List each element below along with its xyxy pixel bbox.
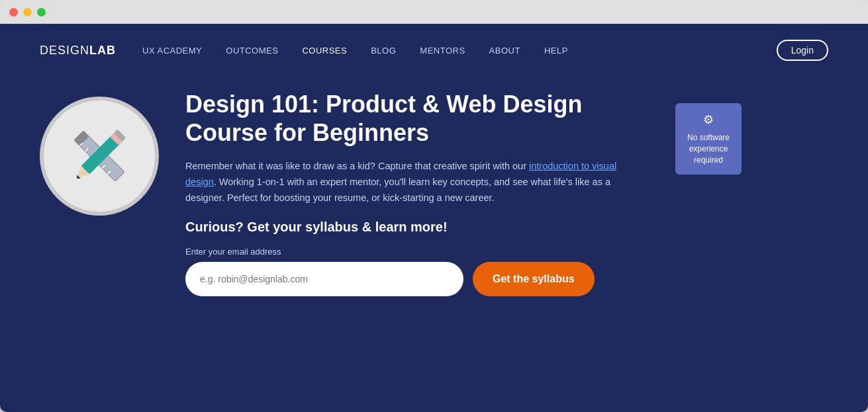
nav-item-about[interactable]: ABOUT	[489, 44, 520, 56]
nav-link-ux-academy[interactable]: UX ACADEMY	[142, 46, 202, 56]
hero-content: Design 101: Product & Web Design Course …	[185, 90, 649, 296]
browser-window: DESIGNLAB UX ACADEMY OUTCOMES COURSES BL…	[0, 0, 868, 412]
nav-item-outcomes[interactable]: OUTCOMES	[226, 44, 278, 56]
course-icon	[40, 97, 159, 216]
email-row: Get the syllabus	[185, 262, 649, 296]
no-software-badge: ⚙ No software experience required	[675, 103, 742, 175]
cta-headline: Curious? Get your syllabus & learn more!	[185, 220, 649, 235]
login-button[interactable]: Login	[777, 40, 828, 61]
minimize-button[interactable]	[23, 8, 32, 17]
hero-section: Design 101: Product & Web Design Course …	[0, 77, 868, 412]
nav-link-mentors[interactable]: MENTORS	[420, 46, 465, 56]
gear-icon: ⚙	[682, 112, 735, 127]
nav-links: UX ACADEMY OUTCOMES COURSES BLOG MENTORS…	[142, 44, 777, 56]
hero-title: Design 101: Product & Web Design Course …	[185, 90, 649, 147]
nav-item-courses[interactable]: COURSES	[302, 44, 347, 56]
syllabus-button[interactable]: Get the syllabus	[473, 262, 595, 296]
nav-link-about[interactable]: ABOUT	[489, 46, 520, 56]
nav-item-ux-academy[interactable]: UX ACADEMY	[142, 44, 202, 56]
close-button[interactable]	[9, 8, 18, 17]
pencil-ruler-icon	[63, 120, 136, 192]
nav-link-courses[interactable]: COURSES	[302, 46, 347, 56]
email-input[interactable]	[185, 262, 463, 296]
logo-lab: LAB	[89, 44, 116, 58]
page: DESIGNLAB UX ACADEMY OUTCOMES COURSES BL…	[0, 24, 868, 412]
email-label: Enter your email address	[185, 247, 649, 257]
logo-design: DESIGN	[40, 44, 89, 58]
titlebar	[0, 0, 868, 24]
badge-text: No software experience required	[682, 132, 735, 165]
navbar: DESIGNLAB UX ACADEMY OUTCOMES COURSES BL…	[0, 24, 868, 77]
nav-item-help[interactable]: HELP	[544, 44, 568, 56]
description-text-1: Remember what it was like to draw as a k…	[185, 161, 529, 171]
nav-item-blog[interactable]: BLOG	[371, 44, 396, 56]
nav-item-mentors[interactable]: MENTORS	[420, 44, 465, 56]
nav-link-help[interactable]: HELP	[544, 46, 568, 56]
maximize-button[interactable]	[37, 8, 46, 17]
logo[interactable]: DESIGNLAB	[40, 44, 116, 58]
hero-description: Remember what it was like to draw as a k…	[185, 159, 649, 206]
nav-link-outcomes[interactable]: OUTCOMES	[226, 46, 278, 56]
nav-link-blog[interactable]: BLOG	[371, 46, 396, 56]
description-text-2: . Working 1-on-1 with an expert mentor, …	[185, 177, 610, 203]
